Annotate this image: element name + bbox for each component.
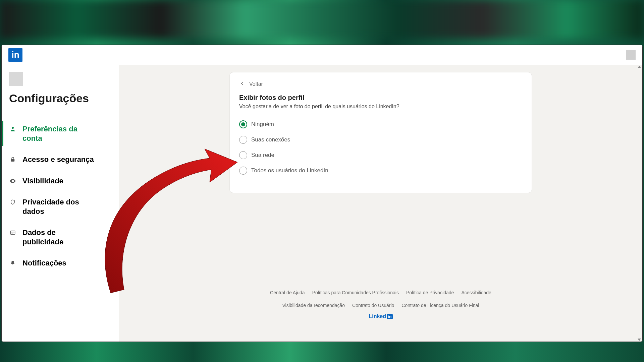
radio-option-conexoes[interactable]: Suas conexões xyxy=(239,136,522,144)
sidebar-item-acesso[interactable]: Acesso e segurança xyxy=(9,149,119,170)
sidebar-item-privacidade[interactable]: Privacidade dos dados xyxy=(9,191,119,222)
background-blur xyxy=(0,0,644,39)
body-area: Configurações Preferências da conta Aces… xyxy=(2,65,642,342)
radio-label: Sua rede xyxy=(251,152,274,159)
radio-icon xyxy=(239,167,247,175)
scrollbar[interactable] xyxy=(637,66,642,341)
radio-option-todos[interactable]: Todos os usuários do LinkedIn xyxy=(239,167,522,175)
app-window: in Configurações Preferências da conta A… xyxy=(1,45,643,342)
shield-icon xyxy=(9,198,16,206)
radio-label: Todos os usuários do LinkedIn xyxy=(251,167,328,174)
footer-link[interactable]: Políticas para Comunidades Profissionais xyxy=(312,290,399,295)
newspaper-icon xyxy=(9,229,16,236)
radio-icon xyxy=(239,136,247,144)
card-heading: Exibir fotos do perfil xyxy=(239,94,522,102)
back-button[interactable]: Voltar xyxy=(239,80,522,88)
radio-option-ninguem[interactable]: Ninguém xyxy=(239,120,522,128)
svg-rect-2 xyxy=(10,231,15,235)
sidebar-item-label: Dados de publicidade xyxy=(22,228,96,246)
bell-icon xyxy=(9,259,16,267)
card-subheading: Você gostaria de ver a foto do perfil de… xyxy=(239,104,522,110)
sidebar-item-label: Preferências da conta xyxy=(22,124,96,143)
footer-link[interactable]: Central de Ajuda xyxy=(270,290,305,295)
back-label: Voltar xyxy=(249,81,263,87)
sidebar-item-label: Visibilidade xyxy=(22,176,63,186)
sidebar-item-preferencias[interactable]: Preferências da conta xyxy=(9,118,119,149)
sidebar-item-publicidade[interactable]: Dados de publicidade xyxy=(9,222,119,252)
sidebar-item-notificacoes[interactable]: Notificações xyxy=(9,252,119,274)
sidebar-item-label: Acesso e segurança xyxy=(22,155,94,164)
brand-text: Linked xyxy=(369,313,386,319)
top-bar: in xyxy=(2,45,642,65)
radio-icon xyxy=(239,151,247,159)
settings-card: Voltar Exibir fotos do perfil Você gosta… xyxy=(230,72,532,193)
footer-links: Central de Ajuda Políticas para Comunida… xyxy=(263,290,498,308)
eye-icon xyxy=(9,177,16,185)
lock-icon xyxy=(9,156,16,163)
footer-link[interactable]: Contrato de Licença do Usuário Final xyxy=(401,303,479,308)
avatar[interactable] xyxy=(9,72,23,86)
radio-label: Ninguém xyxy=(251,121,274,128)
avatar[interactable] xyxy=(626,50,636,60)
linkedin-in-icon: in xyxy=(387,314,393,319)
sidebar-title: Configurações xyxy=(9,92,119,105)
radio-icon xyxy=(239,120,247,128)
footer-brand: Linked in xyxy=(369,313,392,319)
sidebar-item-label: Privacidade dos dados xyxy=(22,197,96,216)
arrow-left-icon xyxy=(239,80,245,88)
person-icon xyxy=(9,125,16,133)
scroll-down-icon xyxy=(638,339,641,341)
svg-rect-1 xyxy=(11,159,15,162)
radio-option-rede[interactable]: Sua rede xyxy=(239,151,522,159)
linkedin-logo-icon[interactable]: in xyxy=(8,48,22,62)
radio-label: Suas conexões xyxy=(251,136,290,143)
content-area: Voltar Exibir fotos do perfil Você gosta… xyxy=(119,65,642,342)
settings-sidebar: Configurações Preferências da conta Aces… xyxy=(2,65,119,342)
footer-link[interactable]: Contrato do Usuário xyxy=(352,303,394,308)
sidebar-item-label: Notificações xyxy=(22,258,66,268)
svg-point-0 xyxy=(12,127,14,129)
footer-link[interactable]: Política de Privacidade xyxy=(406,290,454,295)
sidebar-item-visibilidade[interactable]: Visibilidade xyxy=(9,170,119,192)
footer-link[interactable]: Acessibilidade xyxy=(461,290,491,295)
footer-link[interactable]: Visibilidade da recomendação xyxy=(282,303,345,308)
scroll-up-icon xyxy=(638,66,641,68)
